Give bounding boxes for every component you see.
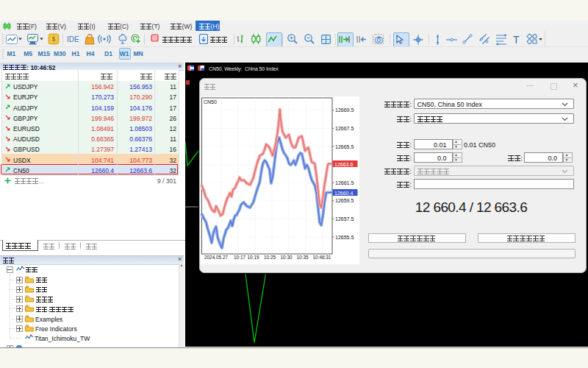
svg-text:CN50: CN50 bbox=[204, 99, 217, 105]
svg-text:12663.6: 12663.6 bbox=[334, 162, 353, 167]
svg-text:12660.4: 12660.4 bbox=[334, 191, 353, 196]
svg-text:IDE: IDE bbox=[67, 35, 79, 43]
svg-text:10:17: 10:17 bbox=[234, 255, 245, 260]
svg-text:10:35: 10:35 bbox=[297, 255, 309, 260]
svg-text:T: T bbox=[513, 34, 520, 46]
svg-text:10:25: 10:25 bbox=[264, 255, 276, 260]
svg-text:12669.5: 12669.5 bbox=[335, 107, 354, 113]
svg-text:12667.5: 12667.5 bbox=[335, 126, 354, 131]
svg-text:10:30: 10:30 bbox=[281, 255, 293, 260]
svg-text:12657.5: 12657.5 bbox=[335, 216, 354, 222]
svg-text:10:19: 10:19 bbox=[248, 255, 259, 260]
svg-text:$: $ bbox=[51, 35, 55, 43]
svg-text:12655.5: 12655.5 bbox=[335, 235, 354, 240]
svg-text:2024.05.27: 2024.05.27 bbox=[204, 255, 228, 260]
svg-text:10:46:31: 10:46:31 bbox=[313, 255, 331, 260]
